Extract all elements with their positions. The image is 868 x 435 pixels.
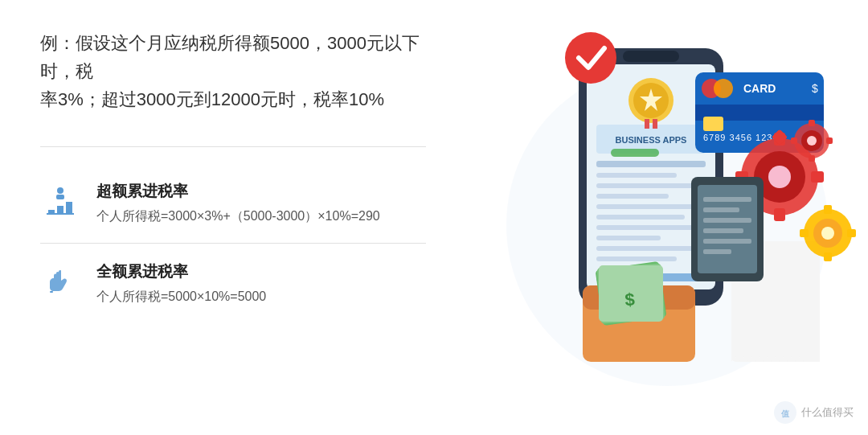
- tax-item-full: 全额累进税率 个人所得税=5000×10%=5000: [40, 243, 426, 323]
- svg-rect-82: [703, 228, 743, 233]
- svg-text:CARD: CARD: [743, 82, 776, 95]
- svg-rect-19: [596, 246, 706, 251]
- top-divider: [40, 146, 426, 147]
- svg-rect-67: [800, 229, 809, 237]
- progressive-content: 超额累进税率 个人所得税=3000×3%+（5000-3000）×10%=290: [96, 181, 380, 225]
- svg-text:值: 值: [780, 409, 790, 418]
- example-line2: 率3%；超过3000元到12000元时，税率10%: [40, 85, 426, 113]
- svg-point-69: [821, 227, 834, 240]
- svg-rect-81: [703, 218, 751, 223]
- svg-rect-73: [809, 155, 815, 162]
- watermark-text: 什么值得买: [801, 405, 854, 420]
- svg-point-0: [57, 187, 63, 194]
- svg-rect-15: [596, 204, 706, 209]
- svg-rect-11: [596, 161, 706, 167]
- svg-rect-3: [57, 206, 63, 213]
- svg-rect-18: [596, 236, 661, 240]
- example-line1: 例：假设这个月应纳税所得额5000，3000元以下时，税: [40, 29, 426, 85]
- main-container: 例：假设这个月应纳税所得额5000，3000元以下时，税 率3%；超过3000元…: [0, 0, 868, 435]
- svg-rect-38: [703, 117, 723, 131]
- svg-rect-27: [645, 119, 649, 129]
- svg-text:BUSINESS APPS: BUSINESS APPS: [616, 135, 687, 145]
- svg-point-34: [714, 79, 733, 98]
- svg-point-30: [565, 32, 616, 84]
- svg-rect-20: [596, 256, 677, 261]
- watermark: 值 什么值得买: [774, 401, 854, 424]
- svg-rect-16: [596, 215, 685, 220]
- right-panel: BUSINESS APPS: [466, 0, 868, 435]
- svg-rect-28: [653, 119, 657, 129]
- progressive-icon: [40, 184, 80, 218]
- svg-point-76: [807, 136, 817, 146]
- svg-rect-14: [596, 194, 669, 199]
- full-content: 全额累进税率 个人所得税=5000×10%=5000: [96, 261, 266, 306]
- illustration: BUSINESS APPS: [466, 0, 868, 435]
- svg-rect-5: [47, 213, 74, 215]
- svg-rect-74: [791, 137, 797, 144]
- left-panel: 例：假设这个月应纳税所得额5000，3000元以下时，税 率3%；超过3000元…: [0, 0, 466, 435]
- svg-rect-68: [847, 229, 856, 237]
- svg-rect-66: [824, 252, 832, 261]
- svg-rect-84: [703, 249, 731, 254]
- full-title: 全额累进税率: [96, 261, 266, 282]
- svg-rect-6: [50, 291, 53, 293]
- svg-rect-83: [703, 239, 751, 244]
- svg-point-62: [768, 166, 791, 188]
- svg-rect-12: [596, 173, 677, 178]
- svg-rect-72: [809, 120, 815, 126]
- full-icon: [40, 265, 80, 298]
- example-text: 例：假设这个月应纳税所得额5000，3000元以下时，税 率3%；超过3000元…: [40, 29, 426, 114]
- svg-rect-80: [703, 207, 739, 212]
- full-formula: 个人所得税=5000×10%=5000: [96, 289, 266, 306]
- svg-rect-79: [703, 197, 751, 202]
- progressive-title: 超额累进税率: [96, 181, 380, 202]
- svg-text:$: $: [812, 82, 818, 95]
- svg-rect-10: [623, 51, 679, 62]
- svg-rect-59: [811, 171, 824, 183]
- svg-rect-17: [596, 225, 706, 230]
- svg-rect-13: [596, 183, 693, 188]
- progressive-formula: 个人所得税=3000×3%+（5000-3000）×10%=290: [96, 208, 380, 225]
- svg-rect-75: [826, 137, 833, 144]
- svg-rect-65: [824, 205, 832, 214]
- svg-rect-1: [56, 195, 64, 199]
- svg-rect-29: [611, 149, 659, 157]
- svg-rect-4: [66, 202, 72, 213]
- tax-item-progressive: 超额累进税率 个人所得税=3000×3%+（5000-3000）×10%=290: [40, 163, 426, 243]
- svg-rect-57: [774, 208, 785, 221]
- svg-rect-2: [48, 210, 55, 213]
- svg-text:$: $: [624, 289, 636, 310]
- watermark-logo-icon: 值: [774, 401, 796, 424]
